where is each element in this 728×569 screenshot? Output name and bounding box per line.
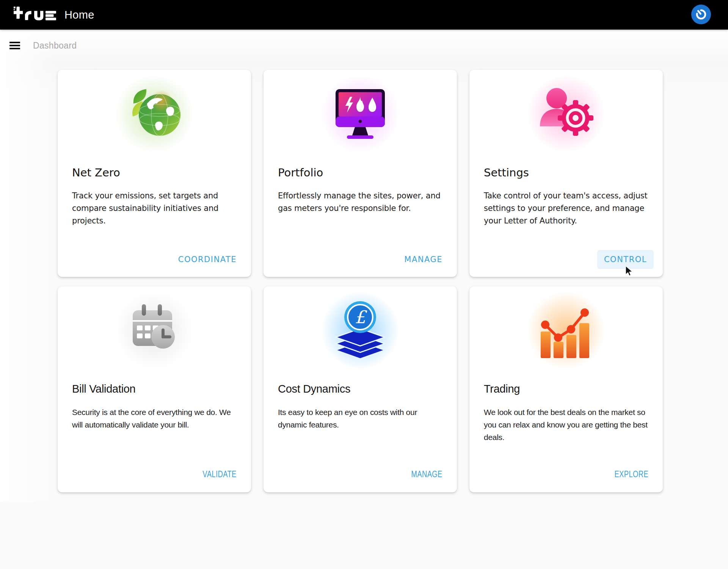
power-button[interactable] <box>691 5 711 24</box>
svg-text:£: £ <box>355 307 367 327</box>
card-title: Cost Dynamics <box>278 383 442 395</box>
control-link[interactable]: CONTROL <box>597 250 654 269</box>
card-description: Effortlessly manage the sites, power, an… <box>278 190 442 215</box>
pound-layers-icon: £ <box>328 298 392 363</box>
validate-link[interactable]: VALIDATE <box>203 469 237 479</box>
energy-monitor-icon <box>328 82 392 146</box>
power-icon <box>695 9 707 20</box>
true-logo-icon <box>14 6 56 24</box>
top-app-bar: true Home <box>0 0 728 30</box>
manage-link[interactable]: MANAGE <box>411 469 442 479</box>
bar-chart-trend-icon <box>534 298 598 363</box>
card-title: Trading <box>484 383 648 395</box>
card-description: Track your emissions, set targets and co… <box>72 190 237 227</box>
manage-link[interactable]: MANAGE <box>404 255 442 264</box>
user-gear-icon <box>534 82 598 146</box>
breadcrumb: Dashboard <box>0 30 728 61</box>
explore-link[interactable]: EXPLORE <box>614 469 648 479</box>
card-title: Bill Validation <box>72 383 237 395</box>
card-description: Security is at the core of everything we… <box>72 406 237 431</box>
card-settings: Settings Take control of your team's acc… <box>469 70 663 277</box>
coordinate-link[interactable]: COORDINATE <box>178 255 237 264</box>
card-title: Portfolio <box>278 166 442 179</box>
menu-icon[interactable] <box>9 42 20 49</box>
card-portfolio: Portfolio Effortlessly manage the sites,… <box>264 70 457 277</box>
page-title: Home <box>64 9 94 21</box>
card-title: Settings <box>484 166 648 179</box>
breadcrumb-label: Dashboard <box>33 41 77 51</box>
card-description: We look out for the best deals on the ma… <box>484 406 648 443</box>
earth-leaf-icon <box>122 82 187 146</box>
card-bill-validation: Bill Validation Security is at the core … <box>58 286 251 492</box>
card-cost-dynamics: £ Cost Dynamics Its easy to keep an eye … <box>264 286 457 492</box>
true-logo[interactable]: true <box>14 6 56 24</box>
card-description: Its easy to keep an eye on costs with ou… <box>278 406 442 431</box>
dashboard-card-grid: Net Zero Track your emissions, set targe… <box>58 70 663 492</box>
left-gutter <box>0 30 57 502</box>
card-trading: Trading We look out for the best deals o… <box>469 286 663 492</box>
card-title: Net Zero <box>72 166 237 179</box>
card-description: Take control of your team's access, adju… <box>484 190 648 227</box>
calendar-clock-icon <box>122 298 187 363</box>
card-net-zero: Net Zero Track your emissions, set targe… <box>58 70 251 277</box>
